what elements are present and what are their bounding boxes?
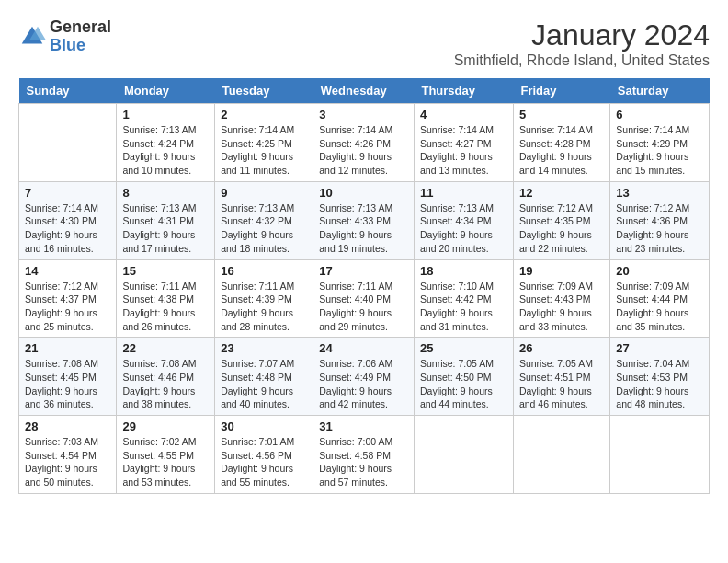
week-row-5: 28Sunrise: 7:03 AMSunset: 4:54 PMDayligh… xyxy=(19,416,710,494)
day-number: 31 xyxy=(319,419,408,433)
day-info: Sunrise: 7:06 AMSunset: 4:49 PMDaylight:… xyxy=(319,357,408,411)
header-thursday: Thursday xyxy=(414,78,513,104)
day-number: 1 xyxy=(122,108,209,121)
day-number: 14 xyxy=(25,264,110,278)
header-sunday: Sunday xyxy=(19,78,117,104)
calendar-cell: 3Sunrise: 7:14 AMSunset: 4:26 PMDaylight… xyxy=(313,104,415,182)
day-number: 24 xyxy=(319,341,408,355)
day-info: Sunrise: 7:00 AMSunset: 4:58 PMDaylight:… xyxy=(319,435,408,489)
calendar-cell: 10Sunrise: 7:13 AMSunset: 4:33 PMDayligh… xyxy=(313,181,415,259)
week-row-1: 1Sunrise: 7:13 AMSunset: 4:24 PMDaylight… xyxy=(19,104,710,182)
title-area: January 2024 Smithfield, Rhode Island, U… xyxy=(454,18,710,69)
calendar-cell: 11Sunrise: 7:13 AMSunset: 4:34 PMDayligh… xyxy=(414,181,513,259)
calendar-table: SundayMondayTuesdayWednesdayThursdayFrid… xyxy=(18,78,710,494)
day-info: Sunrise: 7:14 AMSunset: 4:29 PMDaylight:… xyxy=(616,123,703,178)
day-number: 13 xyxy=(616,186,703,200)
calendar-cell: 4Sunrise: 7:14 AMSunset: 4:27 PMDaylight… xyxy=(414,104,513,182)
day-info: Sunrise: 7:04 AMSunset: 4:53 PMDaylight:… xyxy=(616,357,703,411)
day-info: Sunrise: 7:12 AMSunset: 4:37 PMDaylight:… xyxy=(25,280,110,334)
day-info: Sunrise: 7:09 AMSunset: 4:44 PMDaylight:… xyxy=(616,280,703,334)
calendar-cell: 8Sunrise: 7:13 AMSunset: 4:31 PMDaylight… xyxy=(117,181,215,259)
calendar-cell: 20Sunrise: 7:09 AMSunset: 4:44 PMDayligh… xyxy=(610,259,710,338)
calendar-cell: 29Sunrise: 7:02 AMSunset: 4:55 PMDayligh… xyxy=(117,416,215,494)
day-number: 10 xyxy=(319,186,408,200)
header-friday: Friday xyxy=(513,78,609,104)
calendar-cell: 30Sunrise: 7:01 AMSunset: 4:56 PMDayligh… xyxy=(215,416,313,494)
logo: General Blue xyxy=(18,18,111,55)
week-row-3: 14Sunrise: 7:12 AMSunset: 4:37 PMDayligh… xyxy=(19,259,710,338)
day-number: 22 xyxy=(122,341,209,355)
calendar-header-row: SundayMondayTuesdayWednesdayThursdayFrid… xyxy=(19,78,710,104)
calendar-cell: 28Sunrise: 7:03 AMSunset: 4:54 PMDayligh… xyxy=(19,416,117,494)
calendar-cell: 21Sunrise: 7:08 AMSunset: 4:45 PMDayligh… xyxy=(19,338,117,416)
day-info: Sunrise: 7:05 AMSunset: 4:51 PMDaylight:… xyxy=(519,357,604,411)
logo-text: General Blue xyxy=(50,18,111,55)
logo-icon xyxy=(18,23,46,51)
day-number: 6 xyxy=(616,108,703,121)
calendar-cell: 13Sunrise: 7:12 AMSunset: 4:36 PMDayligh… xyxy=(610,181,710,259)
day-number: 28 xyxy=(25,419,110,433)
day-info: Sunrise: 7:14 AMSunset: 4:27 PMDaylight:… xyxy=(420,123,507,178)
calendar-cell: 16Sunrise: 7:11 AMSunset: 4:39 PMDayligh… xyxy=(215,259,313,338)
day-info: Sunrise: 7:05 AMSunset: 4:50 PMDaylight:… xyxy=(420,357,507,411)
calendar-cell xyxy=(414,416,513,494)
day-number: 16 xyxy=(221,264,307,278)
calendar-cell: 1Sunrise: 7:13 AMSunset: 4:24 PMDaylight… xyxy=(117,104,215,182)
header-wednesday: Wednesday xyxy=(313,78,415,104)
day-number: 18 xyxy=(420,264,507,278)
day-number: 25 xyxy=(420,341,507,355)
day-number: 3 xyxy=(319,108,408,121)
day-info: Sunrise: 7:07 AMSunset: 4:48 PMDaylight:… xyxy=(221,357,307,411)
calendar-cell: 5Sunrise: 7:14 AMSunset: 4:28 PMDaylight… xyxy=(513,104,609,182)
logo-general: General xyxy=(50,18,111,37)
day-info: Sunrise: 7:11 AMSunset: 4:40 PMDaylight:… xyxy=(319,280,408,334)
day-number: 29 xyxy=(122,419,209,433)
day-info: Sunrise: 7:10 AMSunset: 4:42 PMDaylight:… xyxy=(420,280,507,334)
day-number: 27 xyxy=(616,341,703,355)
header-tuesday: Tuesday xyxy=(215,78,313,104)
day-number: 11 xyxy=(420,186,507,200)
day-number: 7 xyxy=(25,186,110,200)
day-number: 26 xyxy=(519,341,604,355)
day-number: 9 xyxy=(221,186,307,200)
week-row-2: 7Sunrise: 7:14 AMSunset: 4:30 PMDaylight… xyxy=(19,181,710,259)
calendar-cell: 12Sunrise: 7:12 AMSunset: 4:35 PMDayligh… xyxy=(513,181,609,259)
day-info: Sunrise: 7:14 AMSunset: 4:28 PMDaylight:… xyxy=(519,123,604,178)
day-info: Sunrise: 7:13 AMSunset: 4:31 PMDaylight:… xyxy=(122,201,209,256)
week-row-4: 21Sunrise: 7:08 AMSunset: 4:45 PMDayligh… xyxy=(19,338,710,416)
day-info: Sunrise: 7:14 AMSunset: 4:25 PMDaylight:… xyxy=(221,123,307,178)
day-number: 19 xyxy=(519,264,604,278)
calendar-cell: 22Sunrise: 7:08 AMSunset: 4:46 PMDayligh… xyxy=(117,338,215,416)
day-number: 5 xyxy=(519,108,604,121)
day-number: 4 xyxy=(420,108,507,121)
header-monday: Monday xyxy=(117,78,215,104)
day-number: 30 xyxy=(221,419,307,433)
day-info: Sunrise: 7:01 AMSunset: 4:56 PMDaylight:… xyxy=(221,435,307,489)
day-number: 17 xyxy=(319,264,408,278)
calendar-cell: 19Sunrise: 7:09 AMSunset: 4:43 PMDayligh… xyxy=(513,259,609,338)
day-info: Sunrise: 7:13 AMSunset: 4:33 PMDaylight:… xyxy=(319,201,408,256)
subtitle: Smithfield, Rhode Island, United States xyxy=(454,52,710,69)
calendar-cell: 6Sunrise: 7:14 AMSunset: 4:29 PMDaylight… xyxy=(610,104,710,182)
day-info: Sunrise: 7:12 AMSunset: 4:36 PMDaylight:… xyxy=(616,201,703,256)
calendar-cell: 17Sunrise: 7:11 AMSunset: 4:40 PMDayligh… xyxy=(313,259,415,338)
logo-blue: Blue xyxy=(50,37,111,55)
day-info: Sunrise: 7:08 AMSunset: 4:46 PMDaylight:… xyxy=(122,357,209,411)
calendar-cell: 23Sunrise: 7:07 AMSunset: 4:48 PMDayligh… xyxy=(215,338,313,416)
day-info: Sunrise: 7:09 AMSunset: 4:43 PMDaylight:… xyxy=(519,280,604,334)
calendar-cell xyxy=(513,416,609,494)
day-info: Sunrise: 7:14 AMSunset: 4:30 PMDaylight:… xyxy=(25,201,110,256)
header-saturday: Saturday xyxy=(610,78,710,104)
day-number: 8 xyxy=(122,186,209,200)
day-info: Sunrise: 7:03 AMSunset: 4:54 PMDaylight:… xyxy=(25,435,110,489)
month-title: January 2024 xyxy=(454,18,710,52)
calendar-cell: 27Sunrise: 7:04 AMSunset: 4:53 PMDayligh… xyxy=(610,338,710,416)
day-number: 23 xyxy=(221,341,307,355)
calendar-cell: 14Sunrise: 7:12 AMSunset: 4:37 PMDayligh… xyxy=(19,259,117,338)
calendar-cell: 15Sunrise: 7:11 AMSunset: 4:38 PMDayligh… xyxy=(117,259,215,338)
calendar-cell: 25Sunrise: 7:05 AMSunset: 4:50 PMDayligh… xyxy=(414,338,513,416)
day-number: 21 xyxy=(25,341,110,355)
calendar-cell: 7Sunrise: 7:14 AMSunset: 4:30 PMDaylight… xyxy=(19,181,117,259)
day-info: Sunrise: 7:11 AMSunset: 4:38 PMDaylight:… xyxy=(122,280,209,334)
day-info: Sunrise: 7:12 AMSunset: 4:35 PMDaylight:… xyxy=(519,201,604,256)
